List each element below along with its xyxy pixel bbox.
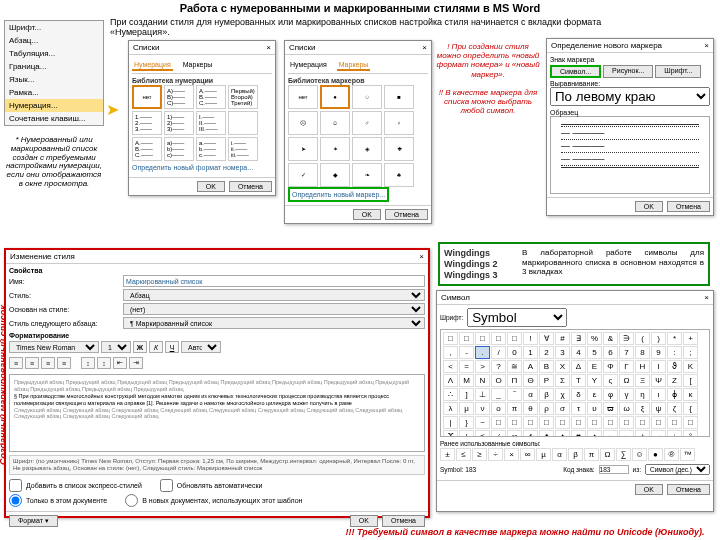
recent-symbol-cell[interactable]: ÷ [488, 448, 503, 461]
symbol-cell[interactable]: φ [603, 388, 618, 401]
symbol-cell[interactable]: 2 [539, 346, 554, 359]
symbol-cell[interactable]: ° [683, 430, 698, 437]
next-style-select[interactable]: ¶ Маркированный список [123, 317, 425, 329]
close-icon[interactable]: × [266, 43, 271, 52]
symbol-cell[interactable]: ⊥ [475, 388, 490, 401]
marker-cell[interactable]: ✶ [320, 137, 350, 161]
recent-symbol-cell[interactable]: ≥ [472, 448, 487, 461]
tab-numbering[interactable]: Нумерация [288, 60, 329, 71]
symbol-cell[interactable]: θ [523, 402, 538, 415]
symbol-cell[interactable]: ⁄ [491, 430, 506, 437]
symbol-cell[interactable]: ϒ [443, 430, 458, 437]
spacing-button[interactable]: ↕ [97, 357, 111, 369]
symbol-cell[interactable]: Χ [555, 360, 570, 373]
num-cell[interactable]: Первый)Второй)Третий) [228, 85, 258, 109]
bold-button[interactable]: Ж [133, 341, 147, 353]
symbol-cell[interactable]: : [667, 346, 682, 359]
symbol-cell[interactable]: ; [683, 346, 698, 359]
symbol-cell[interactable]: ← [619, 430, 634, 437]
font-button[interactable]: Шрифт... [655, 65, 701, 78]
symbol-cell[interactable]: ♠ [587, 430, 602, 437]
symbol-cell[interactable]: □ [683, 416, 698, 429]
symbol-cell[interactable]: λ [443, 402, 458, 415]
num-cell[interactable]: A.——B.——C.—— [196, 85, 226, 109]
symbol-cell[interactable]: ♣ [539, 430, 554, 437]
symbol-cell[interactable]: σ [555, 402, 570, 415]
symbol-cell[interactable]: □ [507, 416, 522, 429]
indent-dec-button[interactable]: ⇤ [113, 357, 127, 369]
color-select[interactable]: Авто [181, 341, 221, 353]
auto-update-checkbox[interactable] [160, 479, 173, 492]
symbol-cell[interactable]: β [539, 388, 554, 401]
num-cell[interactable]: A)——B)——C)—— [164, 85, 194, 109]
recent-symbol-cell[interactable]: ≤ [456, 448, 471, 461]
menu-item-font[interactable]: Шрифт... [5, 21, 103, 34]
marker-cell[interactable]: нет [288, 85, 318, 109]
marker-cell[interactable]: ❖ [384, 137, 414, 161]
symbol-cell[interactable]: □ [507, 332, 522, 345]
symbol-cell[interactable]: □ [587, 416, 602, 429]
symbol-cell[interactable]: ~ [475, 416, 490, 429]
symbol-cell[interactable]: Γ [619, 360, 634, 373]
symbol-cell[interactable]: □ [459, 332, 474, 345]
close-icon[interactable]: × [419, 252, 424, 261]
align-center-button[interactable]: ≡ [25, 357, 39, 369]
symbol-cell[interactable]: □ [555, 416, 570, 429]
symbol-cell[interactable]: Τ [571, 374, 586, 387]
menu-item-shortcut[interactable]: Сочетание клавиш... [5, 112, 103, 125]
marker-cell[interactable]: ➤ [288, 137, 318, 161]
align-justify-button[interactable]: ≡ [57, 357, 71, 369]
symbol-cell[interactable]: & [603, 332, 618, 345]
symbol-cell[interactable]: _ [491, 388, 506, 401]
symbol-cell[interactable]: / [491, 346, 506, 359]
num-cell[interactable] [228, 111, 258, 135]
add-express-checkbox[interactable] [9, 479, 22, 492]
symbol-cell[interactable]: ? [491, 360, 506, 373]
symbol-cell[interactable]: ↔ [603, 430, 618, 437]
num-none[interactable]: нет [132, 85, 162, 109]
symbol-cell[interactable]: < [443, 360, 458, 373]
based-on-select[interactable]: (нет) [123, 303, 425, 315]
num-cell[interactable]: I.——II.——III.—— [196, 111, 226, 135]
recent-symbol-cell[interactable]: ± [440, 448, 455, 461]
ok-button[interactable]: OK [197, 181, 225, 192]
symbol-cell[interactable]: □ [603, 416, 618, 429]
marker-cell[interactable]: ◆ [320, 163, 350, 187]
symbol-cell[interactable]: □ [491, 416, 506, 429]
symbol-cell[interactable]: ♥ [571, 430, 586, 437]
symbol-cell[interactable]: ρ [539, 402, 554, 415]
define-new-marker-link[interactable]: Определить новый маркер... [288, 187, 389, 202]
underline-button[interactable]: Ч [165, 341, 179, 353]
tab-markers[interactable]: Маркеры [181, 60, 215, 71]
tab-markers[interactable]: Маркеры [337, 60, 371, 71]
doc-only-radio[interactable] [9, 494, 22, 507]
format-dropdown-button[interactable]: Формат ▾ [9, 515, 58, 527]
symbol-cell[interactable]: * [667, 332, 682, 345]
symbol-cell[interactable]: ε [587, 388, 602, 401]
symbol-cell[interactable]: μ [459, 402, 474, 415]
recent-symbol-cell[interactable]: π [584, 448, 599, 461]
symbol-cell[interactable]: [ [683, 374, 698, 387]
recent-symbol-cell[interactable]: ∑ [616, 448, 631, 461]
symbol-cell[interactable]: ϖ [603, 402, 618, 415]
close-icon[interactable]: × [422, 43, 427, 52]
recent-symbol-cell[interactable]: × [504, 448, 519, 461]
italic-button[interactable]: К [149, 341, 163, 353]
menu-item-numbering[interactable]: Нумерация... [5, 99, 103, 112]
size-select[interactable]: 10 [101, 341, 131, 353]
indent-inc-button[interactable]: ⇥ [129, 357, 143, 369]
menu-item-frame[interactable]: Рамка... [5, 86, 103, 99]
symbol-cell[interactable]: 6 [603, 346, 618, 359]
recent-symbol-cell[interactable]: ® [664, 448, 679, 461]
symbol-cell[interactable]: □ [491, 332, 506, 345]
symbol-cell[interactable]: Λ [443, 374, 458, 387]
symbol-cell[interactable]: ≅ [507, 360, 522, 373]
symbol-cell[interactable]: π [507, 402, 522, 415]
cancel-button[interactable]: Отмена [667, 201, 710, 212]
symbol-cell[interactable]: □ [443, 332, 458, 345]
symbol-cell[interactable]: □ [651, 416, 666, 429]
num-cell[interactable]: 1.——2.——3.—— [132, 111, 162, 135]
symbol-cell[interactable]: ∞ [507, 430, 522, 437]
symbol-cell[interactable]: > [475, 360, 490, 373]
symbol-cell[interactable]: ↑ [635, 430, 650, 437]
